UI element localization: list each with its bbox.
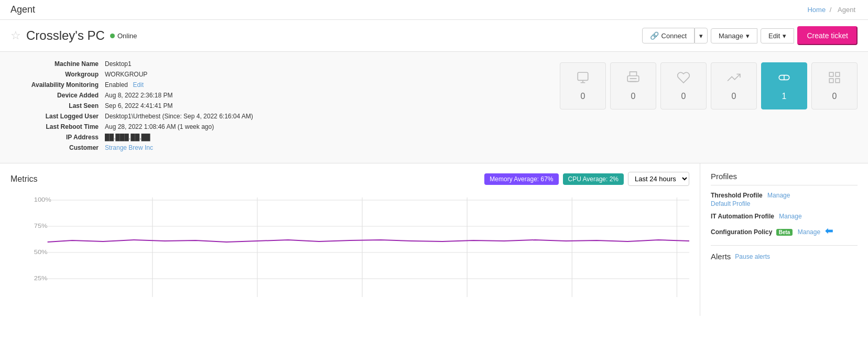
config-label: Configuration Policy Beta Manage ⬅ — [711, 225, 858, 237]
header-left: ☆ Crossley's PC Online — [10, 28, 137, 43]
info-panel: Machine NameDesktop1WorkgroupWORKGROUPAv… — [0, 52, 868, 163]
time-range-select[interactable]: Last 24 hoursLast 7 daysLast 30 days — [628, 172, 689, 186]
info-row: CustomerStrange Brew Inc — [10, 144, 549, 151]
metrics-chart: 100% 75% 50% 25% — [10, 192, 689, 307]
metrics-controls: Memory Average: 67% CPU Average: 2% Last… — [484, 172, 689, 186]
it-label: IT Automation Profile Manage — [711, 213, 858, 220]
config-policy-row: Configuration Policy Beta Manage ⬅ — [711, 225, 858, 237]
cpu-badge: CPU Average: 2% — [563, 173, 624, 185]
connect-group: 🔗 Connect ▾ — [642, 28, 708, 43]
manage-caret: ▾ — [746, 32, 750, 40]
info-value: Aug 8, 2022 2:36:18 PM — [105, 92, 172, 99]
threshold-value: Default Profile — [711, 200, 858, 207]
manage-group: Manage ▾ — [711, 28, 757, 43]
info-label: Availability Monitoring — [10, 81, 105, 89]
info-row: Last SeenSep 6, 2022 4:41:41 PM — [10, 102, 549, 109]
info-value: ██.███.██.██ — [105, 134, 150, 141]
card-count-0: 0 — [581, 92, 585, 101]
info-label: Workgroup — [10, 71, 105, 78]
metrics-title: Metrics — [10, 174, 38, 184]
threshold-label: Threshold Profile Manage — [711, 192, 858, 199]
info-value: WORKGROUP — [105, 71, 147, 78]
info-row: IP Address██.███.██.██ — [10, 134, 549, 141]
icon-card-4[interactable]: 1 — [761, 62, 807, 109]
threshold-profile-row: Threshold Profile Manage Default Profile — [711, 192, 858, 207]
card-count-1: 0 — [631, 92, 636, 101]
info-row: Device AddedAug 8, 2022 2:36:18 PM — [10, 92, 549, 99]
icon-card-0[interactable]: 0 — [560, 62, 606, 109]
info-value: Enabled Edit — [105, 81, 144, 89]
config-manage-link[interactable]: Manage — [798, 228, 820, 236]
connect-button[interactable]: 🔗 Connect — [642, 28, 695, 43]
threshold-manage-link[interactable]: Manage — [767, 192, 790, 199]
info-label: Last Reboot Time — [10, 123, 105, 130]
alerts-title: Alerts — [711, 252, 731, 261]
info-label: Device Added — [10, 92, 105, 99]
svg-rect-9 — [829, 79, 833, 83]
breadcrumb-sep: / — [830, 6, 832, 14]
svg-rect-6 — [829, 72, 833, 76]
card-count-4: 1 — [782, 92, 787, 101]
page-header: ☆ Crossley's PC Online 🔗 Connect ▾ Manag… — [0, 20, 868, 52]
info-row: WorkgroupWORKGROUP — [10, 71, 549, 78]
svg-text:75%: 75% — [34, 223, 48, 229]
connect-dropdown-button[interactable]: ▾ — [695, 28, 708, 43]
card-count-3: 0 — [732, 92, 736, 101]
card-icon-5 — [828, 71, 841, 87]
breadcrumb-current: Agent — [838, 6, 855, 14]
info-value: Desktop1\Urthebest (Since: Sep 4, 2022 6… — [105, 113, 253, 120]
favorite-icon[interactable]: ☆ — [10, 29, 21, 42]
metrics-section: Metrics Memory Average: 67% CPU Average:… — [0, 163, 700, 316]
info-label: Customer — [10, 144, 105, 151]
right-panel: Profiles Threshold Profile Manage Defaul… — [700, 163, 868, 316]
page-title: Crossley's PC — [26, 28, 105, 43]
breadcrumb-home[interactable]: Home — [807, 6, 826, 14]
info-value: Aug 28, 2022 1:08:46 AM (1 week ago) — [105, 123, 214, 130]
info-label: Machine Name — [10, 60, 105, 68]
card-icon-2 — [677, 71, 690, 87]
manage-button[interactable]: Manage ▾ — [711, 28, 757, 43]
edit-group: Edit ▾ — [761, 28, 794, 43]
header-right: 🔗 Connect ▾ Manage ▾ Edit ▾ Create ticke… — [642, 26, 858, 45]
icon-card-5[interactable]: 0 — [811, 62, 858, 109]
card-icon-3 — [727, 71, 741, 87]
info-row: Last Logged UserDesktop1\Urthebest (Sinc… — [10, 113, 549, 120]
info-row: Machine NameDesktop1 — [10, 60, 549, 68]
pause-alerts-link[interactable]: Pause alerts — [735, 253, 770, 260]
machine-info: Machine NameDesktop1WorkgroupWORKGROUPAv… — [10, 60, 549, 155]
status-badge: Online — [110, 32, 137, 40]
beta-badge: Beta — [776, 229, 793, 236]
main-content: Metrics Memory Average: 67% CPU Average:… — [0, 163, 868, 316]
status-dot — [110, 34, 115, 38]
breadcrumb: Home / Agent — [807, 6, 858, 14]
profiles-title: Profiles — [711, 172, 858, 185]
top-nav: Agent Home / Agent — [0, 0, 868, 20]
it-manage-link[interactable]: Manage — [779, 213, 801, 220]
svg-text:50%: 50% — [34, 249, 48, 256]
info-row: Availability MonitoringEnabled Edit — [10, 81, 549, 89]
card-icon-4 — [777, 71, 791, 87]
info-label: Last Seen — [10, 102, 105, 109]
metrics-header: Metrics Memory Average: 67% CPU Average:… — [10, 172, 689, 186]
status-text: Online — [117, 32, 137, 40]
svg-rect-7 — [836, 72, 840, 76]
icon-card-2[interactable]: 0 — [660, 62, 707, 109]
icon-cards: 000010 — [560, 60, 858, 155]
memory-badge: Memory Average: 67% — [484, 173, 558, 185]
info-value: Strange Brew Inc — [105, 144, 153, 151]
info-row: Last Reboot TimeAug 28, 2022 1:08:46 AM … — [10, 123, 549, 130]
edit-monitoring-link[interactable]: Edit — [133, 81, 144, 89]
info-label: IP Address — [10, 134, 105, 141]
chart-container: 100% 75% 50% 25% — [10, 192, 689, 307]
info-value: Sep 6, 2022 4:41:41 PM — [105, 102, 172, 109]
customer-link[interactable]: Strange Brew Inc — [105, 144, 153, 151]
create-ticket-button[interactable]: Create ticket — [797, 26, 858, 45]
connect-icon: 🔗 — [650, 31, 659, 40]
card-icon-1 — [626, 71, 640, 87]
edit-button[interactable]: Edit ▾ — [761, 28, 794, 43]
icon-card-3[interactable]: 0 — [711, 62, 757, 109]
icon-card-1[interactable]: 0 — [610, 62, 656, 109]
info-label: Last Logged User — [10, 113, 105, 120]
svg-text:100%: 100% — [34, 196, 51, 203]
app-title: Agent — [10, 4, 35, 15]
